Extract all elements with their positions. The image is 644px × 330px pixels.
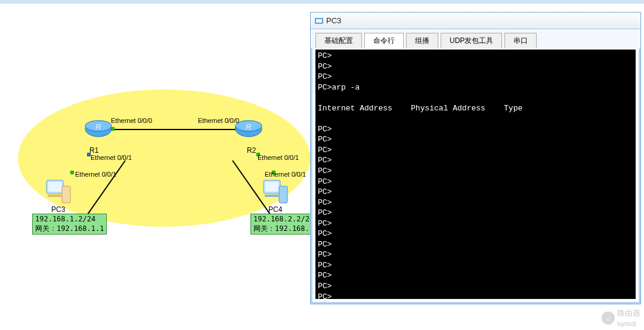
svg-rect-9 (48, 195, 62, 197)
svg-rect-12 (279, 186, 287, 203)
link-r1-r2 (112, 129, 237, 130)
tab-multicast[interactable]: 组播 (406, 33, 438, 48)
svg-rect-15 (316, 19, 322, 23)
window-title: PC3 (326, 16, 341, 25)
watermark-text: 路由器 (617, 309, 640, 317)
router-icon: R (85, 119, 112, 138)
pc4-ip-box: 192.168.2.2/24 网关：192.168. (250, 214, 317, 235)
svg-rect-13 (265, 195, 279, 197)
watermark: ⌂ 路由器 luyouqi (602, 308, 640, 328)
tab-label: 基础配置 (324, 36, 353, 45)
router-r1-label: R1 (89, 146, 98, 155)
pc4-label: PC4 (268, 205, 282, 214)
tab-label: 命令行 (373, 36, 395, 45)
tab-label: 组播 (415, 36, 429, 45)
topology-canvas[interactable]: R R1 Ethernet 0/0/0 Ethernet 0/0/1 R R2 … (0, 0, 310, 330)
port-dot (70, 171, 74, 174)
watermark-sub: luyouqi (617, 320, 636, 327)
router-r2-label: R2 (247, 146, 256, 155)
pc4-ip: 192.168.2.2/24 (253, 215, 314, 224)
iface-label: Ethernet 0/0/1 (265, 171, 306, 178)
svg-text:R: R (95, 122, 101, 131)
iface-label: Ethernet 0/0/1 (91, 154, 132, 161)
pc3-ip: 192.168.1.2/24 (35, 215, 104, 224)
svg-text:R: R (246, 122, 251, 131)
router-r1[interactable]: R (85, 119, 112, 138)
tab-label: UDP发包工具 (450, 36, 493, 45)
tab-basic-config[interactable]: 基础配置 (315, 33, 362, 48)
tab-udp-tool[interactable]: UDP发包工具 (441, 33, 502, 48)
pc3-terminal-window[interactable]: PC3 基础配置 命令行 组播 UDP发包工具 串口 PC> PC> PC> P… (310, 12, 641, 304)
tab-bar: 基础配置 命令行 组播 UDP发包工具 串口 (311, 29, 640, 48)
app-icon (314, 16, 324, 26)
pc-icon (261, 177, 290, 205)
tab-serial[interactable]: 串口 (504, 33, 537, 48)
pc3-label: PC3 (51, 205, 65, 214)
pc-icon (44, 177, 73, 205)
iface-label: Ethernet 0/0/1 (258, 154, 299, 161)
terminal-output[interactable]: PC> PC> PC> PC>arp -a Internet Address P… (315, 50, 636, 299)
svg-rect-11 (265, 182, 278, 192)
pc-pc3[interactable] (44, 177, 73, 205)
tab-label: 串口 (513, 36, 528, 45)
tab-cli[interactable]: 命令行 (364, 33, 404, 48)
pc-pc4[interactable] (261, 177, 290, 205)
iface-label: Ethernet 0/0/0 (198, 117, 239, 124)
pc4-gateway: 网关：192.168. (253, 224, 314, 234)
iface-label: Ethernet 0/0/1 (75, 171, 116, 178)
svg-rect-7 (48, 182, 61, 192)
pc3-ip-box: 192.168.1.2/24 网关：192.168.1.1 (32, 214, 107, 235)
iface-label: Ethernet 0/0/0 (111, 117, 152, 124)
window-titlebar[interactable]: PC3 (311, 13, 640, 29)
svg-rect-8 (62, 186, 70, 203)
watermark-icon: ⌂ (602, 312, 615, 325)
pc3-gateway: 网关：192.168.1.1 (35, 224, 104, 234)
